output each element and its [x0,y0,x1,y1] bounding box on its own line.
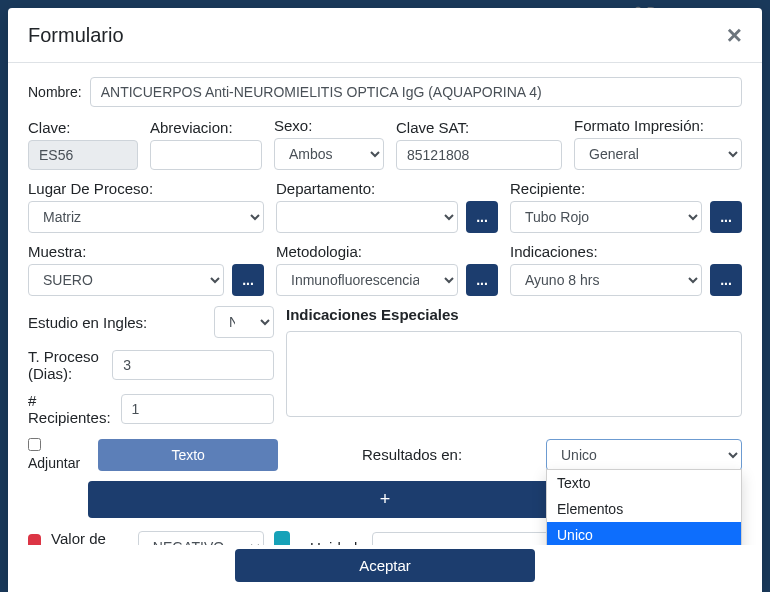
departamento-select[interactable] [276,201,458,233]
clave-input [28,140,138,170]
formato-select[interactable]: General [574,138,742,170]
valor-ref-more-button[interactable]: ... [274,531,290,545]
sexo-label: Sexo: [274,117,384,134]
departamento-label: Departamento: [276,180,498,197]
recipiente-more-button[interactable]: ... [710,201,742,233]
adjuntar-checkbox[interactable] [28,438,41,451]
departamento-more-button[interactable]: ... [466,201,498,233]
indicaciones-more-button[interactable]: ... [710,264,742,296]
form-modal: Formulario × Nombre: Clave: Abreviacion:… [8,8,762,592]
clave-label: Clave: [28,119,138,136]
ind-especiales-label: Indicaciones Especiales [286,306,742,323]
resultados-en-dropdown[interactable]: TextoElementosUnicoTablaTexto Amplio [546,469,742,546]
lugar-select[interactable]: Matriz [28,201,264,233]
accept-button[interactable]: Aceptar [235,549,535,582]
valor-ref-select[interactable]: NEGATIVO [138,531,264,545]
valor-ref-label: Valor de Referencia: [51,530,128,545]
recipiente-select[interactable]: Tubo Rojo [510,201,702,233]
t-proceso-input[interactable] [112,350,274,380]
abreviacion-input[interactable] [150,140,262,170]
estudio-ingles-select[interactable]: NO [214,306,274,338]
mini-settings-column: Estudio en Ingles: NO T. Proceso (Dias):… [28,306,274,426]
metodologia-label: Metodologia: [276,243,498,260]
nombre-label: Nombre: [28,84,82,100]
metodologia-select[interactable]: Inmunofluorescencia indirecta [276,264,458,296]
modal-body: Nombre: Clave: Abreviacion: Sexo: Ambos … [8,63,762,545]
resultados-en-label: Resultados en: [362,446,462,463]
adjuntar-label: Adjuntar [28,455,80,471]
resultados-option[interactable]: Texto [547,470,741,496]
recipiente-label: Recipiente: [510,180,742,197]
t-proceso-label: T. Proceso (Dias): [28,348,102,382]
estudio-ingles-label: Estudio en Ingles: [28,314,147,331]
clave-sat-input[interactable] [396,140,562,170]
close-button[interactable]: × [727,22,742,48]
muestra-select[interactable]: SUERO [28,264,224,296]
modal-title: Formulario [28,24,124,47]
abreviacion-label: Abreviacion: [150,119,262,136]
lugar-label: Lugar De Proceso: [28,180,264,197]
indicaciones-select[interactable]: Ayuno 8 hrs [510,264,702,296]
clave-sat-label: Clave SAT: [396,119,562,136]
indicaciones-label: Indicaciones: [510,243,742,260]
num-recip-label: # Recipientes: [28,392,111,426]
modal-header: Formulario × [8,8,762,63]
resultados-en-select[interactable]: Unico [546,439,742,471]
remove-row-button[interactable]: - [28,534,41,545]
resultados-option[interactable]: Elementos [547,496,741,522]
modal-footer: Aceptar [8,545,762,592]
nombre-input[interactable] [90,77,742,107]
formato-label: Formato Impresión: [574,117,742,134]
num-recip-input[interactable] [121,394,274,424]
metodologia-more-button[interactable]: ... [466,264,498,296]
ind-especiales-textarea[interactable] [286,331,742,417]
texto-button[interactable]: Texto [98,439,278,471]
sexo-select[interactable]: Ambos [274,138,384,170]
muestra-label: Muestra: [28,243,264,260]
resultados-option[interactable]: Unico [547,522,741,546]
muestra-more-button[interactable]: ... [232,264,264,296]
